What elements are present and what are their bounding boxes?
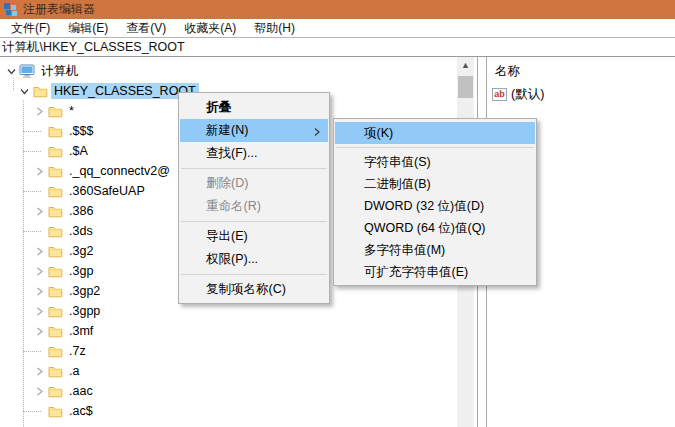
- window-title: 注册表编辑器: [23, 1, 95, 18]
- chevron-right-icon[interactable]: [33, 265, 46, 278]
- tree-item-a[interactable]: .a: [33, 361, 82, 381]
- chevron-down-icon[interactable]: [18, 85, 31, 98]
- new-submenu-separator: [336, 147, 534, 148]
- chevron-right-icon[interactable]: [33, 105, 46, 118]
- value-row[interactable]: ab (默认): [492, 86, 544, 103]
- address-path: 计算机\HKEY_CLASSES_ROOT: [2, 39, 185, 56]
- tree-item-label: .3gp2: [66, 283, 103, 299]
- scrollbar-thumb[interactable]: [458, 76, 473, 98]
- tree-item-label: .3mf: [66, 323, 96, 339]
- registry-app-icon: [4, 3, 17, 16]
- tree-item-label: 计算机: [38, 62, 82, 81]
- tree-item-label: ._qq_connectv2@: [66, 163, 173, 179]
- value-name: (默认): [511, 86, 544, 103]
- tree-item-3ds[interactable]: .3ds: [33, 221, 96, 241]
- string-value-icon: ab: [492, 88, 507, 101]
- folder-icon: [47, 264, 63, 279]
- context-menu-separator: [181, 274, 327, 275]
- menubar-item-5[interactable]: 帮助(H): [245, 19, 304, 37]
- address-bar[interactable]: 计算机\HKEY_CLASSES_ROOT: [0, 39, 675, 57]
- new-submenu-item-8[interactable]: 可扩充字符串值(E): [335, 261, 535, 283]
- chevron-right-icon[interactable]: [33, 385, 46, 398]
- menubar-item-2[interactable]: 编辑(E): [59, 19, 117, 37]
- tree-item-qqconnectv2[interactable]: ._qq_connectv2@: [33, 161, 173, 181]
- folder-icon: [47, 224, 63, 239]
- context-menu-item-3[interactable]: 查找(F)...: [180, 142, 328, 165]
- menubar-item-3[interactable]: 查看(V): [117, 19, 175, 37]
- context-menu-item-label: 权限(P)...: [206, 251, 258, 268]
- folder-icon: [47, 424, 63, 427]
- tree-item-3gp2[interactable]: .3gp2: [33, 281, 103, 301]
- tree-item-label: HKEY_CLASSES_ROOT: [51, 83, 199, 99]
- tree-connector: [33, 145, 46, 158]
- column-header-name[interactable]: 名称: [495, 63, 520, 80]
- chevron-right-icon[interactable]: [33, 325, 46, 338]
- tree-item-a[interactable]: .$A: [33, 141, 91, 161]
- chevron-right-icon[interactable]: [33, 205, 46, 218]
- context-menu-item-11[interactable]: 复制项名称(C): [180, 278, 328, 301]
- folder-icon: [47, 144, 63, 159]
- tree-item-ac[interactable]: .ac$: [33, 401, 96, 421]
- context-menu-item-label: 重命名(R): [206, 198, 261, 215]
- new-submenu-item-3[interactable]: 字符串值(S): [335, 151, 535, 173]
- context-menu-separator: [181, 168, 327, 169]
- context-menu-item-6: 重命名(R): [180, 195, 328, 218]
- tree-item-3gpp[interactable]: .3gpp: [33, 301, 103, 321]
- context-menu-item-8[interactable]: 导出(E): [180, 225, 328, 248]
- chevron-right-icon[interactable]: [33, 245, 46, 258]
- context-menu-item-9[interactable]: 权限(P)...: [180, 248, 328, 271]
- context-menu-item-label: 导出(E): [206, 228, 248, 245]
- computer-icon: [19, 64, 35, 79]
- new-submenu-item-6[interactable]: QWORD (64 位)值(Q): [335, 217, 535, 239]
- tree-item-7z[interactable]: .7z: [33, 341, 89, 361]
- chevron-right-icon[interactable]: [33, 305, 46, 318]
- tree-connector: [33, 405, 46, 418]
- folder-icon: [47, 124, 63, 139]
- context-menu-item-label: 复制项名称(C): [206, 281, 286, 298]
- tree-item-360safeuap[interactable]: .360SafeUAP: [33, 181, 148, 201]
- tree-item-label: .aac: [66, 383, 96, 399]
- tree-item-label: .a: [66, 363, 82, 379]
- tree-item-label: .3ds: [66, 223, 96, 239]
- new-submenu: 项(K)字符串值(S)二进制值(B)DWORD (32 位)值(D)QWORD …: [333, 118, 537, 286]
- tree-item-label: .7z: [66, 343, 89, 359]
- folder-icon: [47, 304, 63, 319]
- tree-item-label: .3gp: [66, 263, 96, 279]
- chevron-right-icon[interactable]: [33, 165, 46, 178]
- chevron-right-icon[interactable]: [33, 285, 46, 298]
- chevron-down-icon[interactable]: [5, 65, 18, 78]
- folder-icon: [47, 344, 63, 359]
- scroll-up-icon[interactable]: ▲: [457, 57, 474, 74]
- tree-item-[interactable]: .$$$: [33, 121, 96, 141]
- context-menu-item-label: 新建(N): [206, 122, 248, 139]
- tree-item-partial[interactable]: [33, 421, 66, 427]
- context-menu-item-label: 删除(D): [206, 175, 248, 192]
- chevron-right-icon[interactable]: [33, 365, 46, 378]
- menubar-item-1[interactable]: 文件(F): [2, 19, 59, 37]
- context-menu-item-5: 删除(D): [180, 172, 328, 195]
- context-menu: 折叠新建(N)查找(F)...删除(D)重命名(R)导出(E)权限(P)...复…: [178, 92, 330, 304]
- tree-item-aac[interactable]: .aac: [33, 381, 96, 401]
- new-submenu-item-4[interactable]: 二进制值(B): [335, 173, 535, 195]
- new-submenu-item-1[interactable]: 项(K): [335, 122, 535, 144]
- folder-icon: [47, 364, 63, 379]
- tree-item-[interactable]: *: [33, 101, 77, 121]
- tree-item-3g2[interactable]: .3g2: [33, 241, 96, 261]
- tree-connector: [33, 345, 46, 358]
- tree-item-hkeyclassesroot[interactable]: HKEY_CLASSES_ROOT: [18, 81, 199, 101]
- tree-item-3gp[interactable]: .3gp: [33, 261, 96, 281]
- menubar-item-4[interactable]: 收藏夹(A): [175, 19, 245, 37]
- folder-icon: [47, 404, 63, 419]
- tree-connector: [33, 125, 46, 138]
- new-submenu-item-7[interactable]: 多字符串值(M): [335, 239, 535, 261]
- tree-item-[interactable]: 计算机: [5, 61, 82, 81]
- context-menu-item-2[interactable]: 新建(N): [180, 119, 328, 142]
- tree-item-label: .386: [66, 203, 96, 219]
- context-menu-item-1[interactable]: 折叠: [180, 96, 328, 119]
- tree-item-386[interactable]: .386: [33, 201, 96, 221]
- tree-item-3mf[interactable]: .3mf: [33, 321, 96, 341]
- new-submenu-item-5[interactable]: DWORD (32 位)值(D): [335, 195, 535, 217]
- folder-icon: [47, 284, 63, 299]
- new-submenu-item-label: 多字符串值(M): [364, 242, 445, 259]
- folder-icon: [47, 384, 63, 399]
